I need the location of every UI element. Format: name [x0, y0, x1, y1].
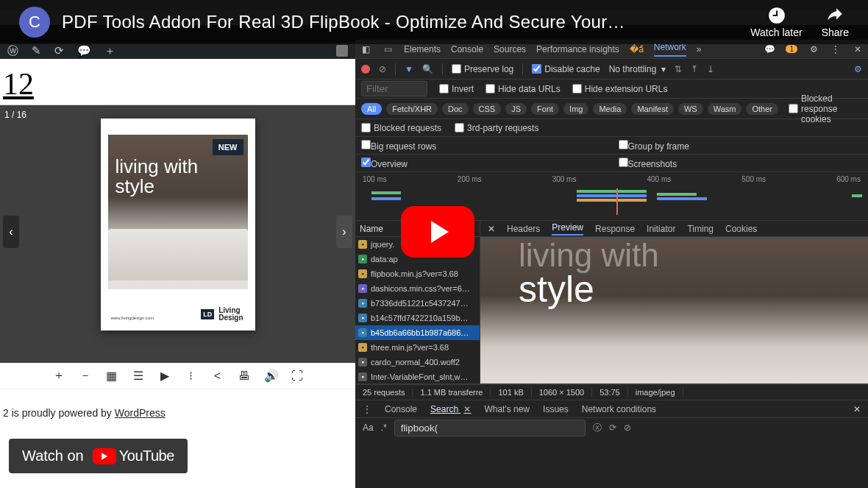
- type-filter-media[interactable]: Media: [593, 103, 627, 115]
- channel-avatar[interactable]: C: [19, 7, 50, 38]
- thumbnails-icon[interactable]: ▦: [105, 369, 118, 383]
- tabs-overflow[interactable]: »: [697, 44, 702, 54]
- overview-checkbox[interactable]: Overview: [361, 158, 408, 169]
- request-name: b7336dd51221c5437247…: [371, 299, 469, 308]
- updates-icon[interactable]: ⟳: [54, 44, 64, 57]
- detail-tab-headers[interactable]: Headers: [507, 224, 540, 234]
- request-row[interactable]: ▪three.min.js?ver=3.68: [355, 340, 480, 355]
- share-button[interactable]: Share: [822, 6, 849, 38]
- warnings-badge[interactable]: 1: [786, 45, 797, 53]
- detail-tab-initiator[interactable]: Initiator: [647, 224, 675, 234]
- network-settings-icon[interactable]: ⚙: [854, 64, 862, 74]
- clear-search-icon[interactable]: ⓧ: [593, 422, 602, 434]
- request-row[interactable]: ▪flipbook.min.js?ver=3.68: [355, 266, 480, 281]
- tab-perf-insights[interactable]: Performance insights: [536, 44, 619, 54]
- search-icon[interactable]: ⁝: [185, 369, 198, 383]
- type-filter-css[interactable]: CSS: [473, 103, 502, 115]
- autoplay-icon[interactable]: ▶: [158, 369, 171, 383]
- comments-icon[interactable]: 💬: [77, 44, 91, 57]
- throttling-select[interactable]: No throttling ▾: [609, 64, 666, 74]
- filter-toggle-icon[interactable]: ▼: [405, 64, 413, 74]
- request-row[interactable]: ▪Inter-VariableFont_slnt,w…: [355, 369, 480, 383]
- wifi-icon[interactable]: ⇅: [675, 64, 682, 74]
- clear-icon[interactable]: ⊘: [379, 64, 386, 74]
- tab-sources[interactable]: Sources: [494, 44, 526, 54]
- request-row[interactable]: ▪b14c57ffd7422210a159b…: [355, 311, 480, 325]
- share-icon[interactable]: <: [211, 369, 224, 383]
- sound-icon[interactable]: 🔊: [264, 369, 277, 383]
- request-row[interactable]: ▪dashicons.min.css?ver=6…: [355, 281, 480, 296]
- search-network-icon[interactable]: 🔍: [422, 64, 433, 74]
- hide-data-urls-checkbox[interactable]: Hide data URLs: [485, 84, 561, 94]
- fullscreen-icon[interactable]: ⛶: [291, 369, 304, 383]
- close-drawer-icon[interactable]: ✕: [853, 404, 861, 414]
- device-toggle-icon[interactable]: ▭: [382, 43, 394, 55]
- drawer-menu-icon[interactable]: ⋮: [363, 404, 371, 414]
- type-filter-doc[interactable]: Doc: [442, 103, 469, 115]
- disable-cache-checkbox[interactable]: Disable cache: [532, 64, 600, 74]
- detail-tab-cookies[interactable]: Cookies: [725, 224, 757, 234]
- flipbook-page[interactable]: NEW living with style www.livingdesign.c…: [101, 119, 255, 330]
- tab-console[interactable]: Console: [451, 44, 483, 54]
- print-icon[interactable]: 🖶: [238, 369, 251, 383]
- regex-icon[interactable]: .*: [381, 422, 387, 433]
- zoom-in-icon[interactable]: ＋: [52, 368, 65, 383]
- drawer-tab-network-conditions[interactable]: Network conditions: [582, 404, 656, 414]
- filter-input[interactable]: [361, 81, 427, 96]
- blocked-requests-checkbox[interactable]: Blocked requests: [361, 123, 441, 133]
- blocked-cookies-checkbox[interactable]: Blocked response cookies: [789, 93, 862, 124]
- type-filter-other[interactable]: Other: [746, 103, 778, 115]
- type-filter-all[interactable]: All: [361, 103, 382, 115]
- customize-icon[interactable]: ✎: [32, 44, 41, 57]
- youtube-play-button[interactable]: [401, 206, 474, 258]
- watch-on-youtube-button[interactable]: Watch on YouTube: [9, 439, 188, 473]
- match-case-icon[interactable]: Aa: [363, 422, 374, 433]
- wordpress-link[interactable]: WordPress: [115, 407, 166, 419]
- record-button[interactable]: [361, 65, 370, 74]
- type-filter-font[interactable]: Font: [531, 103, 559, 115]
- close-devtools-icon[interactable]: ✕: [852, 43, 864, 55]
- more-vert-icon[interactable]: ⋮: [830, 43, 842, 55]
- type-filter-manifest[interactable]: Manifest: [631, 103, 674, 115]
- wp-logo-icon[interactable]: ⓦ: [7, 44, 18, 58]
- type-filter-wasm[interactable]: Wasm: [708, 103, 742, 115]
- request-row[interactable]: ▪cardo_normal_400.woff2: [355, 355, 480, 369]
- drawer-search-input[interactable]: [394, 420, 586, 436]
- new-content-icon[interactable]: ＋: [104, 44, 115, 58]
- request-row[interactable]: ▪b7336dd51221c5437247…: [355, 296, 480, 311]
- zoom-out-icon[interactable]: －: [79, 368, 92, 383]
- invert-checkbox[interactable]: Invert: [439, 84, 474, 94]
- drawer-tab-issues[interactable]: Issues: [543, 404, 569, 414]
- close-detail-icon[interactable]: ✕: [488, 224, 495, 234]
- screenshots-checkbox[interactable]: Screenshots: [619, 158, 677, 169]
- type-filter-js[interactable]: JS: [505, 103, 527, 115]
- watch-later-button[interactable]: Watch later: [750, 6, 802, 38]
- refresh-search-icon[interactable]: ⟳: [609, 422, 616, 433]
- detail-tab-timing[interactable]: Timing: [687, 224, 714, 234]
- drawer-tab-console[interactable]: Console: [385, 404, 417, 414]
- detail-tab-preview[interactable]: Preview: [552, 222, 583, 236]
- tab-elements[interactable]: Elements: [404, 44, 441, 54]
- page-title[interactable]: 12: [3, 66, 351, 102]
- preserve-log-checkbox[interactable]: Preserve log: [452, 64, 513, 74]
- type-filter-fetchxhr[interactable]: Fetch/XHR: [386, 103, 438, 115]
- drawer-tab-what-s-new[interactable]: What's new: [484, 404, 530, 414]
- settings-gear-icon[interactable]: ⚙: [808, 43, 819, 55]
- group-by-frame-checkbox[interactable]: Group by frame: [619, 140, 689, 152]
- type-filter-ws[interactable]: WS: [678, 103, 703, 115]
- console-drawer-icon[interactable]: 💬: [764, 43, 775, 55]
- big-rows-checkbox[interactable]: Big request rows: [361, 140, 436, 152]
- detail-tab-response[interactable]: Response: [595, 224, 635, 234]
- export-har-icon[interactable]: ⤓: [707, 64, 714, 74]
- hide-extension-urls-checkbox[interactable]: Hide extension URLs: [572, 84, 668, 94]
- cancel-search-icon[interactable]: ⊘: [624, 422, 631, 433]
- toc-icon[interactable]: ☰: [132, 369, 145, 383]
- import-har-icon[interactable]: ⤒: [691, 64, 698, 74]
- drawer-tab-search[interactable]: Search ✕: [430, 404, 471, 414]
- request-row[interactable]: ▪b45db6a66bb1b987a686…: [355, 325, 480, 340]
- third-party-checkbox[interactable]: 3rd-party requests: [455, 123, 538, 133]
- user-avatar[interactable]: [336, 45, 348, 57]
- inspect-icon[interactable]: ◧: [360, 43, 371, 55]
- video-title[interactable]: PDF Tools Addon For Real 3D FlipBook - O…: [62, 12, 750, 32]
- type-filter-img[interactable]: Img: [563, 103, 588, 115]
